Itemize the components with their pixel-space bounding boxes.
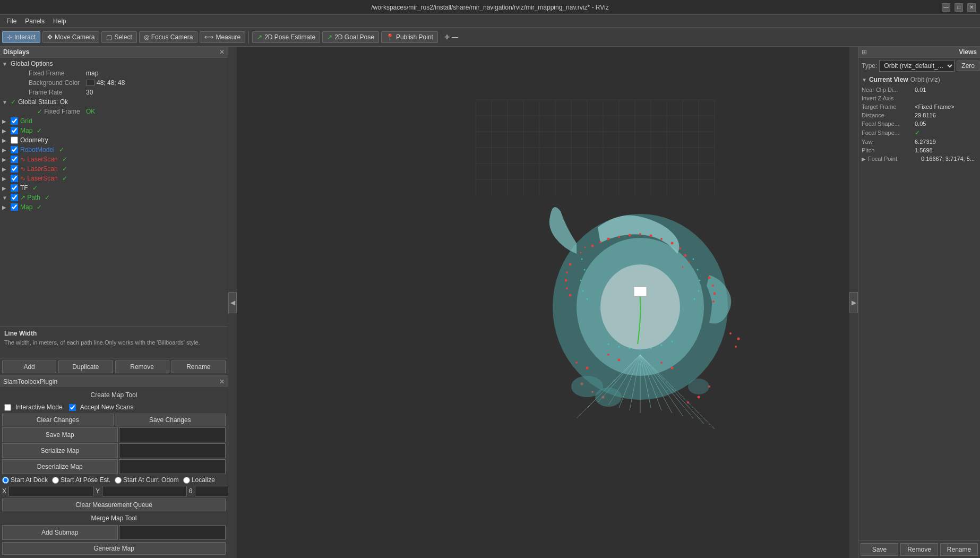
x-input[interactable]	[8, 486, 93, 496]
2d-goal-pose-button[interactable]: ↗ 2D Goal Pose	[322, 31, 379, 43]
publish-point-button[interactable]: 📍 Publish Point	[381, 31, 438, 43]
focus-camera-button[interactable]: ◎ Focus Camera	[139, 31, 198, 43]
global-status-arrow[interactable]: ▼	[2, 99, 8, 105]
robot-model-row[interactable]: ▶ RobotModel ✓	[1, 145, 227, 154]
publish-point-label: Publish Point	[396, 33, 433, 41]
duplicate-button[interactable]: Duplicate	[58, 360, 113, 373]
menu-file[interactable]: File	[2, 16, 21, 26]
laser-scan-2-row[interactable]: ▶ ∿ LaserScan ✓	[1, 164, 227, 174]
path-checkbox[interactable]	[11, 194, 18, 201]
menu-help[interactable]: Help	[49, 16, 71, 26]
map-arrow[interactable]: ▶	[2, 128, 8, 134]
views-rename-button[interactable]: Rename	[940, 543, 978, 556]
pitch-value: 1.5698	[915, 147, 933, 153]
deserialize-map-button[interactable]: Deserialize Map	[2, 459, 118, 474]
2d-pose-estimate-button[interactable]: ↗ 2D Pose Estimate	[252, 31, 320, 43]
global-options-row[interactable]: ▼ Global Options	[1, 59, 227, 68]
panel-collapse-right-toggle[interactable]: ▶	[849, 292, 858, 313]
panel-collapse-toggle[interactable]: ◀	[228, 292, 237, 313]
start-at-dock-label[interactable]: Start At Dock	[2, 476, 48, 484]
interactive-mode-checkbox-left[interactable]	[4, 404, 11, 411]
add-submap-button[interactable]: Add Submap	[2, 525, 118, 540]
path-row[interactable]: ▼ ↗ Path ✓	[1, 193, 227, 202]
laser-scan-1-checkbox[interactable]	[11, 156, 18, 163]
localize-label[interactable]: Localize	[183, 476, 215, 484]
interact-button[interactable]: ⊹ Interact	[2, 31, 40, 43]
interactive-mode-checkbox[interactable]	[69, 404, 76, 411]
focal-point-row[interactable]: ▶ Focal Point 0.16667; 3.7174; 5...	[862, 154, 977, 163]
grid-checkbox[interactable]	[11, 117, 18, 125]
close-button[interactable]: ✕	[967, 3, 976, 12]
map-row[interactable]: ▶ Map ✓	[1, 126, 227, 135]
grid-arrow[interactable]: ▶	[2, 118, 8, 124]
svg-rect-0	[237, 47, 849, 558]
start-at-pose-est-label[interactable]: Start At Pose Est.	[52, 476, 110, 484]
svg-point-68	[687, 401, 689, 404]
center-3d-view[interactable]	[237, 47, 849, 558]
global-status-row[interactable]: ▼ ✓ Global Status: Ok	[1, 97, 227, 107]
views-save-button[interactable]: Save	[861, 543, 898, 556]
maximize-button[interactable]: □	[955, 3, 963, 12]
serialize-map-button[interactable]: Serialize Map	[2, 443, 118, 458]
views-remove-button[interactable]: Remove	[900, 543, 938, 556]
add-button[interactable]: Add	[2, 360, 56, 373]
y-input[interactable]	[102, 486, 187, 496]
views-type-select[interactable]: Orbit (rviz_default_...	[879, 60, 955, 72]
laser-scan-3-checkbox[interactable]	[11, 175, 18, 182]
grid-row[interactable]: ▶ Grid	[1, 116, 227, 126]
remove-button[interactable]: Remove	[115, 360, 169, 373]
global-options-arrow[interactable]: ▼	[2, 61, 8, 67]
fixed-frame-value[interactable]: map	[86, 70, 98, 77]
focal-point-label: Focal Point	[868, 156, 921, 162]
start-at-dock-radio[interactable]	[2, 477, 9, 484]
frame-rate-value[interactable]: 30	[86, 89, 93, 96]
laser-scan-1-row[interactable]: ▶ ∿ LaserScan ✓	[1, 154, 227, 164]
tf-checkbox[interactable]	[11, 184, 18, 192]
accept-new-scans-label: Accept New Scans	[80, 404, 134, 411]
tf-arrow[interactable]: ▶	[2, 185, 8, 191]
svg-point-62	[671, 367, 674, 370]
start-at-pose-est-radio[interactable]	[52, 477, 59, 484]
save-changes-button[interactable]: Save Changes	[115, 414, 226, 426]
odometry-arrow[interactable]: ▶	[2, 138, 8, 143]
displays-tree[interactable]: ▼ Global Options Fixed Frame map Backgro…	[0, 58, 228, 326]
select-button[interactable]: ▢ Select	[101, 31, 136, 43]
bg-color-swatch[interactable]	[86, 80, 94, 86]
laser-scan-3-row[interactable]: ▶ ∿ LaserScan ✓	[1, 174, 227, 183]
robot-model-arrow[interactable]: ▶	[2, 147, 8, 153]
move-camera-button[interactable]: ✥ Move Camera	[42, 31, 99, 43]
start-at-curr-odom-label[interactable]: Start At Curr. Odom	[115, 476, 179, 484]
odometry-checkbox[interactable]	[11, 136, 18, 144]
start-at-curr-odom-radio[interactable]	[115, 477, 122, 484]
laser-scan-3-arrow[interactable]: ▶	[2, 176, 8, 182]
theta-input[interactable]	[195, 486, 228, 496]
slam-plugin-label: SlamToolboxPlugin	[3, 378, 57, 385]
zero-button[interactable]: Zero	[957, 61, 979, 71]
toolbar-extra[interactable]: —	[452, 33, 458, 41]
map2-arrow[interactable]: ▶	[2, 204, 8, 210]
laser-scan-2-arrow[interactable]: ▶	[2, 166, 8, 172]
3d-viewport[interactable]	[237, 47, 849, 558]
measure-button[interactable]: ⟺ Measure	[200, 31, 245, 43]
save-map-button[interactable]: Save Map	[2, 427, 118, 442]
robot-model-checkbox[interactable]	[11, 146, 18, 153]
near-clip-row: Near Clip Di... 0.01	[862, 85, 977, 94]
map2-checkbox[interactable]	[11, 203, 18, 211]
localize-radio[interactable]	[183, 477, 190, 484]
laser-scan-2-checkbox[interactable]	[11, 165, 18, 173]
menu-panels[interactable]: Panels	[21, 16, 49, 26]
odometry-row[interactable]: ▶ Odometry	[1, 135, 227, 145]
laser-scan-1-arrow[interactable]: ▶	[2, 157, 8, 162]
generate-map-button[interactable]: Generate Map	[2, 542, 226, 555]
clear-changes-button[interactable]: Clear Changes	[2, 414, 114, 426]
slam-plugin-close-icon[interactable]: ✕	[219, 378, 225, 385]
clear-measurement-queue-button[interactable]: Clear Measurement Queue	[2, 499, 226, 511]
extra-tool-icon[interactable]: ✛	[444, 33, 450, 41]
displays-close-icon[interactable]: ✕	[219, 48, 225, 56]
map-checkbox[interactable]	[11, 127, 18, 134]
tf-row[interactable]: ▶ TF ✓	[1, 183, 227, 193]
path-arrow[interactable]: ▼	[2, 195, 8, 201]
rename-button[interactable]: Rename	[171, 360, 226, 373]
minimize-button[interactable]: —	[942, 3, 950, 12]
map2-row[interactable]: ▶ Map ✓	[1, 202, 227, 212]
